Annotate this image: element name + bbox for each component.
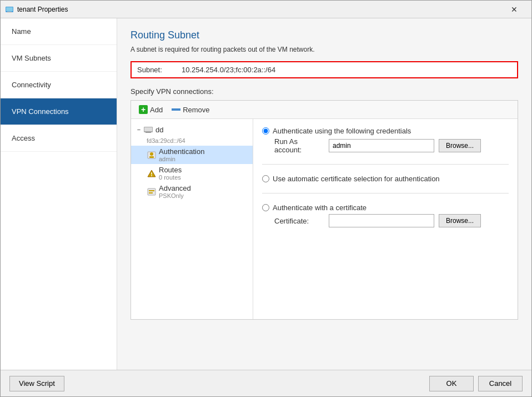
authentication-icon	[147, 151, 157, 160]
sidebar: Name VM Subnets Connectivity VPN Connect…	[1, 18, 117, 370]
svg-rect-14	[149, 190, 154, 191]
title-bar: tenant Properties ✕	[1, 1, 531, 18]
footer-right: OK Cancel	[429, 376, 523, 391]
routes-icon	[147, 169, 157, 178]
remove-icon	[172, 107, 180, 112]
subnet-row: Subnet: 10.254.254.0/23;fc:00:2a::/64	[131, 61, 518, 78]
section-desc: A subnet is required for routing packets…	[131, 46, 518, 53]
radio-group: Authenticate using the following credent…	[262, 127, 509, 227]
window-title: tenant Properties	[17, 6, 68, 13]
title-bar-left: tenant Properties	[5, 5, 68, 14]
vpn-panel: + Add Remove	[131, 100, 518, 320]
browse-credentials-button[interactable]: Browse...	[439, 139, 481, 152]
sidebar-item-name[interactable]: Name	[1, 18, 117, 45]
subnet-value: 10.254.254.0/23;fc:00:2a::/64	[182, 66, 511, 74]
sidebar-item-access[interactable]: Access	[1, 125, 117, 152]
sidebar-item-connectivity[interactable]: Connectivity	[1, 72, 117, 98]
svg-rect-9	[149, 156, 154, 158]
vpn-body: − dd fd3a:29cd::/64	[131, 119, 518, 319]
section-title: Routing Subnet	[131, 29, 518, 41]
certificate-input[interactable]	[329, 214, 434, 227]
sidebar-item-vm-subnets[interactable]: VM Subnets	[1, 45, 117, 72]
details-panel: Authenticate using the following credent…	[253, 119, 518, 319]
main-window: tenant Properties ✕ Name VM Subnets Conn…	[0, 0, 532, 397]
browse-certificate-button[interactable]: Browse...	[439, 214, 481, 227]
run-as-input[interactable]	[329, 139, 434, 152]
add-button[interactable]: + Add	[137, 104, 165, 115]
radio-credentials-label: Authenticate using the following credent…	[273, 127, 411, 135]
run-as-label: Run As account:	[274, 137, 324, 154]
svg-rect-13	[148, 188, 155, 195]
footer: View Script OK Cancel	[1, 370, 531, 396]
svg-rect-15	[149, 192, 153, 193]
radio-cert-label: Authenticate with a certificate	[273, 204, 367, 212]
subnet-label: Subnet:	[137, 66, 182, 74]
content-area: Routing Subnet A subnet is required for …	[117, 18, 531, 370]
svg-rect-6	[145, 132, 151, 133]
radio-credentials-row: Authenticate using the following credent…	[262, 127, 509, 154]
advanced-icon	[147, 187, 157, 196]
vpn-toolbar: + Add Remove	[131, 101, 518, 119]
cancel-button[interactable]: Cancel	[478, 376, 523, 391]
svg-rect-5	[144, 127, 152, 131]
divider2	[262, 193, 509, 193]
radio-cert[interactable]	[262, 204, 269, 211]
radio-cert-auto[interactable]	[262, 175, 269, 182]
dd-icon	[143, 125, 153, 134]
svg-rect-2	[7, 12, 12, 13]
ok-button[interactable]: OK	[429, 376, 474, 391]
tree-item-dd-sublabel: fd3a:29cd::/64	[131, 136, 253, 146]
sidebar-item-vpn-connections[interactable]: VPN Connections	[1, 98, 117, 125]
radio-cert-auto-row: Use automatic certificate selection for …	[262, 175, 509, 183]
remove-button[interactable]: Remove	[169, 105, 212, 115]
tree-item-authentication[interactable]: Authentication admin	[131, 146, 253, 164]
certificate-label: Certificate:	[274, 217, 324, 225]
radio-cert-auto-label: Use automatic certificate selection for …	[273, 175, 440, 183]
svg-point-12	[151, 175, 152, 176]
tree-item-dd[interactable]: − dd	[131, 123, 253, 136]
divider1	[262, 164, 509, 165]
tree-panel: − dd fd3a:29cd::/64	[131, 119, 253, 319]
radio-credentials[interactable]	[262, 127, 269, 135]
svg-rect-3	[172, 108, 180, 111]
svg-point-8	[150, 152, 153, 156]
tree-item-routes[interactable]: Routes 0 routes	[131, 164, 253, 182]
vpn-section-label: Specify VPN connections:	[131, 87, 518, 96]
tree-item-advanced[interactable]: Advanced PSKOnly	[131, 182, 253, 201]
svg-rect-1	[6, 7, 13, 11]
close-button[interactable]: ✕	[501, 2, 527, 17]
radio-cert-row: Authenticate with a certificate Certific…	[262, 204, 509, 227]
main-content: Name VM Subnets Connectivity VPN Connect…	[1, 18, 531, 370]
window-icon	[5, 5, 14, 14]
collapse-icon[interactable]: −	[135, 126, 142, 133]
add-icon: +	[139, 105, 148, 114]
view-script-button[interactable]: View Script	[9, 376, 64, 391]
